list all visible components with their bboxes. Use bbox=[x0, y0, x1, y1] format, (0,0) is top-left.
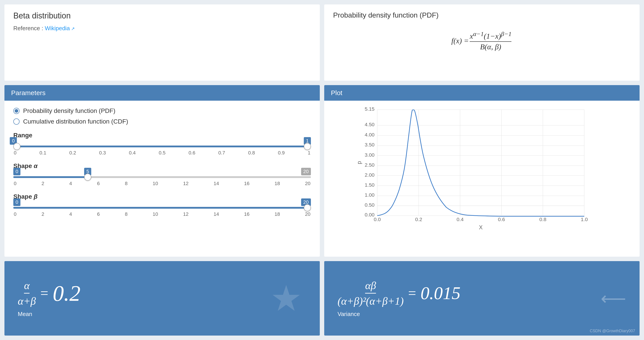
range-max-thumb[interactable] bbox=[304, 143, 311, 150]
page-title: Beta distribution bbox=[13, 11, 311, 21]
plot-panel: Plot bbox=[324, 85, 640, 257]
svg-text:0.00: 0.00 bbox=[365, 212, 374, 218]
alpha-slider-container: 0 5 20 bbox=[13, 176, 311, 178]
beta-label: Shape β bbox=[13, 193, 311, 200]
svg-text:0.50: 0.50 bbox=[365, 202, 374, 208]
svg-text:1.00: 1.00 bbox=[365, 192, 374, 198]
pdf-curve bbox=[377, 110, 584, 216]
parameters-panel: Parameters Probability density function … bbox=[4, 85, 320, 257]
mean-formula: α α+β = 0.2 bbox=[18, 279, 306, 307]
beta-info-panel: Beta distribution Reference : Wikipedia bbox=[4, 5, 320, 81]
svg-text:3.00: 3.00 bbox=[365, 152, 374, 158]
mean-numerator: α bbox=[24, 279, 30, 293]
range-fill bbox=[13, 146, 311, 147]
svg-text:X: X bbox=[479, 224, 483, 230]
mean-denominator: α+β bbox=[18, 295, 36, 307]
parameters-header: Parameters bbox=[4, 85, 320, 101]
stats-row: α α+β = 0.2 Mean ★ αβ (α+β)²(α+β+1) = 0.… bbox=[4, 261, 640, 335]
alpha-track: 0 5 20 bbox=[13, 176, 311, 178]
alpha-max-badge: 20 bbox=[301, 168, 311, 175]
watermark-text: CSDN @GrowthDiary007 bbox=[590, 329, 635, 333]
beta-slider-section: Shape β 0 20 0 2 4 6 8 10 12 bbox=[13, 193, 311, 217]
beta-slider-container: 0 20 bbox=[13, 207, 311, 209]
variance-equals: = bbox=[408, 285, 416, 301]
mean-value: 0.2 bbox=[53, 280, 80, 306]
mean-equals: = bbox=[40, 285, 48, 301]
mean-stat-box: α α+β = 0.2 Mean ★ bbox=[4, 261, 320, 335]
pdf-title: Probability density function (PDF) bbox=[333, 11, 631, 19]
svg-text:2.50: 2.50 bbox=[365, 162, 374, 168]
variance-fraction: αβ (α+β)²(α+β+1) bbox=[338, 279, 404, 307]
chart-svg: 5.15 4.50 4.00 3.50 3.00 2.50 2.00 1.50 … bbox=[329, 105, 633, 234]
plot-header: Plot bbox=[324, 85, 640, 101]
beta-ticks: 0 2 4 6 8 10 12 14 16 18 20 bbox=[13, 211, 311, 217]
range-ticks: 0 0.1 0.2 0.3 0.4 0.5 0.6 0.7 0.8 0.9 1 bbox=[13, 150, 311, 156]
svg-text:0.2: 0.2 bbox=[415, 216, 422, 222]
radio-cdf-circle bbox=[13, 118, 20, 125]
alpha-thumb[interactable] bbox=[84, 174, 91, 181]
radio-pdf-circle bbox=[13, 108, 20, 114]
svg-text:0.8: 0.8 bbox=[540, 216, 546, 222]
range-slider-container: 0 1 bbox=[13, 146, 311, 147]
radio-cdf-label: Cumulative distribution function (CDF) bbox=[23, 118, 128, 125]
function-type-group: Probability density function (PDF) Cumul… bbox=[13, 107, 311, 125]
alpha-ticks: 0 2 4 6 8 10 12 14 16 18 20 bbox=[13, 181, 311, 186]
variance-label: Variance bbox=[338, 311, 626, 317]
svg-text:0.0: 0.0 bbox=[374, 216, 381, 222]
variance-formula: αβ (α+β)²(α+β+1) = 0.015 bbox=[338, 279, 626, 307]
alpha-fill bbox=[13, 176, 88, 178]
chart-area: 5.15 4.50 4.00 3.50 3.00 2.50 2.00 1.50 … bbox=[329, 105, 633, 234]
svg-text:p: p bbox=[356, 161, 362, 164]
pdf-formula: f(x) = xα−1(1−x)β−1 B(α, β) bbox=[333, 26, 631, 56]
svg-text:5.15: 5.15 bbox=[365, 106, 374, 112]
wikipedia-link[interactable]: Wikipedia bbox=[45, 25, 75, 32]
svg-text:4.00: 4.00 bbox=[365, 132, 374, 138]
mean-label: Mean bbox=[18, 311, 306, 317]
radio-cdf[interactable]: Cumulative distribution function (CDF) bbox=[13, 118, 311, 125]
radio-pdf-label: Probability density function (PDF) bbox=[23, 107, 116, 114]
variance-stat-box: αβ (α+β)²(α+β+1) = 0.015 Variance ⟵ CSDN… bbox=[324, 261, 640, 335]
svg-text:4.50: 4.50 bbox=[365, 122, 374, 127]
alpha-label: Shape α bbox=[13, 162, 311, 170]
beta-min-badge: 0 bbox=[13, 198, 20, 206]
alpha-slider-section: Shape α 0 5 20 0 2 4 6 8 10 bbox=[13, 162, 311, 186]
range-min-thumb[interactable] bbox=[13, 143, 20, 150]
range-label: Range bbox=[13, 132, 311, 139]
pdf-section: Probability density function (PDF) f(x) … bbox=[324, 5, 640, 81]
reference-line: Reference : Wikipedia bbox=[13, 25, 311, 32]
range-slider-section: Range 0 1 0 0.1 0.2 0.3 0.4 bbox=[13, 132, 311, 156]
svg-text:1.50: 1.50 bbox=[365, 182, 374, 188]
variance-value: 0.015 bbox=[420, 283, 460, 303]
variance-denominator: (α+β)²(α+β+1) bbox=[338, 295, 404, 307]
alpha-min-badge: 0 bbox=[13, 168, 20, 175]
arrow-watermark: ⟵ bbox=[601, 288, 626, 309]
svg-text:0.6: 0.6 bbox=[498, 216, 505, 222]
svg-text:2.00: 2.00 bbox=[365, 172, 374, 178]
radio-pdf[interactable]: Probability density function (PDF) bbox=[13, 107, 311, 114]
plot-body: 5.15 4.50 4.00 3.50 3.00 2.50 2.00 1.50 … bbox=[324, 101, 640, 238]
svg-text:0.4: 0.4 bbox=[456, 216, 464, 222]
star-watermark: ★ bbox=[270, 281, 302, 316]
beta-fill bbox=[13, 207, 311, 209]
reference-label: Reference : bbox=[13, 25, 43, 32]
range-track: 0 1 bbox=[13, 146, 311, 147]
svg-text:3.50: 3.50 bbox=[365, 142, 374, 148]
svg-text:1.0: 1.0 bbox=[581, 216, 588, 222]
beta-track: 0 20 bbox=[13, 207, 311, 209]
beta-thumb[interactable] bbox=[304, 204, 311, 211]
mean-fraction: α α+β bbox=[18, 279, 36, 307]
variance-numerator: αβ bbox=[365, 279, 376, 293]
